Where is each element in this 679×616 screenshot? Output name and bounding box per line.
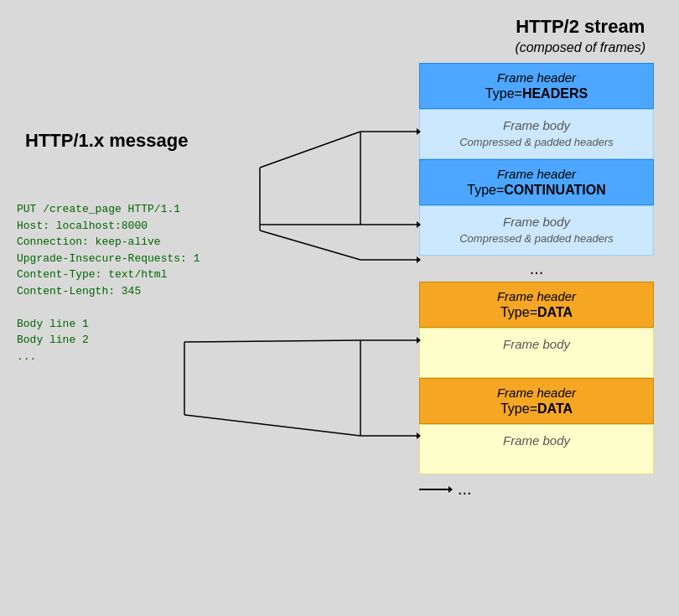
data2-frame-header: Frame header Type=DATA [419, 378, 654, 424]
data1-frame-label: Frame header [423, 289, 650, 303]
svg-line-3 [260, 132, 360, 168]
headers-frame-label: Frame header [423, 70, 650, 85]
http1-line-3: Connection: keep-alive [17, 234, 200, 251]
data2-frame-body-label: Frame body [423, 433, 650, 448]
continuation-frame-type: Type=CONTINUATION [423, 183, 650, 198]
diagram-container: HTTP/2 stream (composed of frames) HTTP/… [0, 0, 679, 616]
bottom-arrow-icon [419, 481, 453, 498]
svg-line-17 [184, 415, 360, 436]
bottom-dots-row: ... [419, 474, 654, 504]
http2-stream-title: HTTP/2 stream (composed of frames) [515, 15, 645, 56]
data1-frame-body: Frame body [419, 328, 654, 378]
svg-marker-1 [448, 486, 453, 493]
data1-frame-header: Frame header Type=DATA [419, 282, 654, 328]
http2-stream-subtitle: (composed of frames) [515, 39, 645, 57]
data1-frame-type: Type=DATA [423, 305, 650, 320]
data1-frame-body-label: Frame body [423, 337, 650, 351]
http1-line-6: Content-Length: 345 [17, 283, 200, 300]
continuation-frame-body-sub: Compressed & padded headers [423, 232, 650, 245]
headers-frame-body-sub: Compressed & padded headers [423, 136, 650, 148]
http1-title: HTTP/1.x message [25, 130, 188, 152]
http1-line-blank [17, 299, 200, 316]
data2-frame-type: Type=DATA [423, 401, 650, 417]
svg-line-14 [184, 340, 360, 342]
http1-body: PUT /create_page HTTP/1.1 Host: localhos… [17, 201, 200, 365]
headers-frame-body: Frame body Compressed & padded headers [419, 109, 654, 159]
svg-line-10 [260, 230, 360, 260]
headers-frame-body-label: Frame body [423, 118, 650, 132]
continuation-frame-header: Frame header Type=CONTINUATION [419, 159, 654, 205]
headers-frame-type: Type=HEADERS [423, 86, 650, 101]
continuation-frame-body-label: Frame body [423, 215, 650, 229]
continuation-frame-label: Frame header [423, 167, 650, 181]
data2-frame-body: Frame body [419, 424, 654, 474]
frames-column: Frame header Type=HEADERS Frame body Com… [419, 63, 654, 504]
bottom-dots: ... [458, 479, 472, 499]
dots-separator-1: ... [419, 256, 654, 282]
http1-line-body1: Body line 1 [17, 316, 200, 333]
http1-line-1: PUT /create_page HTTP/1.1 [17, 201, 200, 218]
http1-line-4: Upgrade-Insecure-Requests: 1 [17, 251, 200, 267]
http1-line-body2: Body line 2 [17, 332, 200, 349]
http1-line-5: Content-Type: text/html [17, 267, 200, 283]
headers-frame-header: Frame header Type=HEADERS [419, 63, 654, 109]
http1-line-2: Host: localhost:8000 [17, 218, 200, 235]
continuation-frame-body: Frame body Compressed & padded headers [419, 205, 654, 256]
http1-line-dots: ... [17, 349, 200, 365]
data2-frame-label: Frame header [423, 386, 650, 400]
